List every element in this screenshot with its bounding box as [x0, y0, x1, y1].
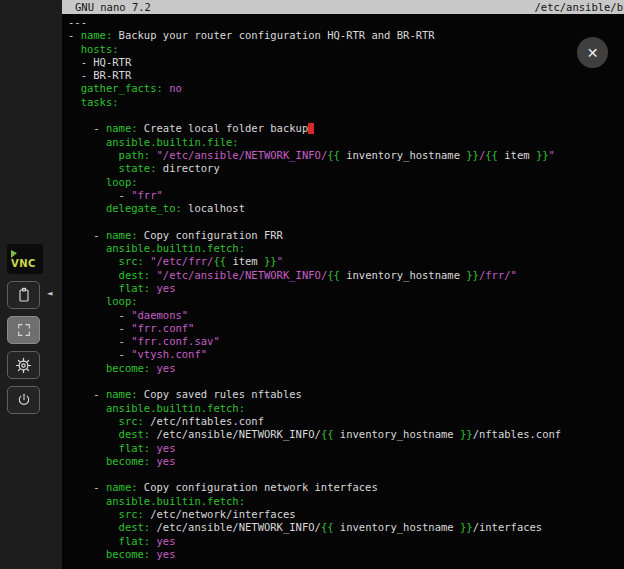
- code-line: hosts:: [68, 43, 624, 56]
- vnc-control-bar: VNC: [7, 244, 51, 414]
- close-icon: ✕: [587, 45, 599, 61]
- code-line: - BR-RTR: [68, 69, 624, 82]
- settings-button[interactable]: [7, 351, 40, 379]
- vnc-cursor-arrow-icon: [11, 250, 17, 258]
- code-line: become: yes: [68, 362, 624, 375]
- nano-version-label: GNU nano 7.2: [75, 0, 151, 14]
- close-button[interactable]: ✕: [577, 37, 608, 68]
- text-cursor: [308, 123, 314, 134]
- terminal-window: GNU nano 7.2 /etc/ansible/b ---- name: B…: [62, 0, 624, 569]
- code-line: src: /etc/network/interfaces: [68, 508, 624, 521]
- code-line: [68, 375, 624, 388]
- code-line: - HQ-RTR: [68, 56, 624, 69]
- collapse-handle-icon[interactable]: ◄: [47, 289, 52, 298]
- code-line: ansible.builtin.file:: [68, 136, 624, 149]
- vnc-session-screen: VNC: [0, 0, 624, 569]
- code-line: flat: yes: [68, 282, 624, 295]
- editor-content[interactable]: ---- name: Backup your router configurat…: [62, 14, 624, 567]
- code-line: - name: Copy configuration network inter…: [68, 481, 624, 494]
- code-line: - "frr.conf.sav": [68, 335, 624, 348]
- clipboard-icon: [16, 287, 32, 303]
- code-line: ansible.builtin.fetch:: [68, 242, 624, 255]
- vnc-sidebar: VNC: [0, 0, 62, 569]
- code-line: flat: yes: [68, 535, 624, 548]
- code-line: - "daemons": [68, 309, 624, 322]
- code-line: [68, 215, 624, 228]
- code-line: ansible.builtin.fetch:: [68, 402, 624, 415]
- code-line: loop:: [68, 176, 624, 189]
- code-line: - name: Copy configuration FRR: [68, 229, 624, 242]
- code-line: delegate_to: localhost: [68, 202, 624, 215]
- code-line: - "frr": [68, 189, 624, 202]
- code-line: src: "/etc/frr/{{ item }}": [68, 255, 624, 268]
- code-line: path: "/etc/ansible/NETWORK_INFO/{{ inve…: [68, 149, 624, 162]
- code-line: dest: /etc/ansible/NETWORK_INFO/{{ inven…: [68, 428, 624, 441]
- fullscreen-icon: [16, 322, 32, 338]
- code-line: flat: yes: [68, 442, 624, 455]
- nano-filepath-label: /etc/ansible/b: [534, 0, 623, 14]
- code-line: ---: [68, 16, 624, 29]
- code-line: [68, 468, 624, 481]
- code-line: become: yes: [68, 548, 624, 561]
- nano-titlebar: GNU nano 7.2 /etc/ansible/b: [62, 0, 624, 14]
- clipboard-button[interactable]: [7, 281, 40, 309]
- code-line: - name: Create local folder backup: [68, 122, 624, 135]
- code-line: dest: /etc/ansible/NETWORK_INFO/{{ inven…: [68, 521, 624, 534]
- fullscreen-button[interactable]: [7, 316, 40, 344]
- code-line: state: directory: [68, 162, 624, 175]
- code-line: - name: Backup your router configuration…: [68, 29, 624, 42]
- code-line: - "frr.conf": [68, 322, 624, 335]
- code-line: ansible.builtin.fetch:: [68, 495, 624, 508]
- code-line: [68, 109, 624, 122]
- code-line: become: yes: [68, 455, 624, 468]
- code-line: dest: "/etc/ansible/NETWORK_INFO/{{ inve…: [68, 269, 624, 282]
- code-line: src: /etc/nftables.conf: [68, 415, 624, 428]
- code-line: tasks:: [68, 96, 624, 109]
- vnc-logo-label: VNC: [11, 259, 43, 269]
- power-button[interactable]: [7, 386, 40, 414]
- power-icon: [16, 392, 32, 408]
- code-line: - "vtysh.conf": [68, 348, 624, 361]
- code-line: loop:: [68, 295, 624, 308]
- vnc-logo: VNC: [7, 244, 43, 274]
- code-line: gather_facts: no: [68, 82, 624, 95]
- settings-gear-icon: [15, 357, 32, 374]
- code-line: - name: Copy saved rules nftables: [68, 388, 624, 401]
